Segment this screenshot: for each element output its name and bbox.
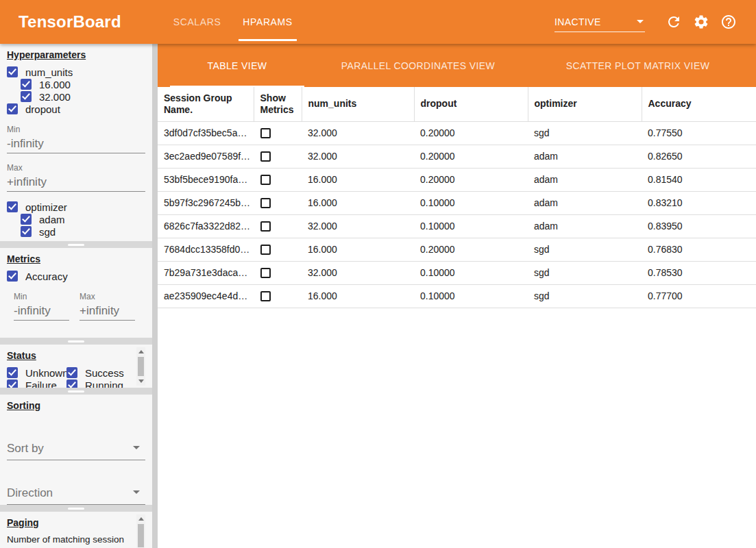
tab-parallel-coordinates-view[interactable]: PARALLEL COORDINATES VIEW: [317, 44, 520, 87]
checkbox-num-units-32[interactable]: 32.000: [21, 90, 145, 103]
section-resize-handle[interactable]: [0, 241, 152, 248]
status-scrollbar[interactable]: [136, 347, 145, 386]
checked-checkbox-icon: [66, 379, 77, 388]
tab-parallel-coordinates-view-label: PARALLEL COORDINATES VIEW: [341, 60, 495, 71]
table-row: ae235909ec4e4d… 16.000 0.10000 sgd 0.777…: [158, 284, 756, 308]
optimizer-value: adam: [528, 214, 642, 238]
checkbox-dropout[interactable]: dropout: [7, 103, 145, 115]
table-row: 7684dcc13358fd0… 16.000 0.20000 sgd 0.76…: [158, 238, 756, 261]
show-metrics-checkbox[interactable]: [260, 221, 271, 232]
section-resize-handle[interactable]: [0, 388, 152, 395]
drag-handle-icon: [68, 340, 84, 342]
column-header-dropout[interactable]: dropout: [414, 87, 528, 121]
checked-checkbox-icon: [21, 91, 32, 102]
tab-hparams[interactable]: HPARAMS: [232, 0, 303, 44]
checkbox-optimizer-adam[interactable]: adam: [21, 213, 145, 225]
dropout-min-label: Min: [7, 125, 145, 134]
scrollbar-thumb[interactable]: [138, 357, 144, 376]
table-row: 7b29a731e3daca… 32.000 0.10000 sgd 0.785…: [158, 261, 756, 284]
num-units-value: 16.000: [302, 284, 414, 308]
metrics-heading: Metrics: [7, 253, 145, 264]
show-metrics-checkbox[interactable]: [260, 151, 271, 162]
column-header-num-units[interactable]: num_units: [302, 87, 414, 121]
dropout-value: 0.20000: [414, 121, 528, 145]
settings-button[interactable]: [693, 14, 709, 30]
optimizer-value: adam: [528, 191, 642, 214]
show-metrics-checkbox[interactable]: [260, 245, 271, 255]
session-group-name: 7b29a731e3daca…: [158, 261, 254, 284]
session-group-name: 3df0d7cf35bec5a…: [158, 121, 254, 145]
accuracy-min-input[interactable]: [14, 303, 69, 321]
run-status-select[interactable]: INACTIVE: [554, 12, 645, 32]
view-tabs: TABLE VIEW PARALLEL COORDINATES VIEW SCA…: [158, 44, 756, 87]
checkbox-num-units-16[interactable]: 16.000: [21, 78, 145, 90]
checked-checkbox-icon: [21, 226, 32, 237]
checkbox-accuracy[interactable]: Accuracy: [7, 270, 145, 282]
tab-scatter-plot-matrix-view[interactable]: SCATTER PLOT MATRIX VIEW: [520, 44, 756, 87]
num-units-value: 16.000: [302, 191, 414, 214]
dropout-max-input[interactable]: [7, 174, 145, 192]
checked-checkbox-icon: [7, 367, 18, 378]
sort-by-select[interactable]: Sort by: [7, 440, 145, 460]
checkbox-num-units[interactable]: num_units: [7, 66, 145, 78]
tab-table-view[interactable]: TABLE VIEW: [158, 44, 317, 87]
checkbox-label: 16.000: [39, 79, 71, 90]
metrics-panel: Metrics Accuracy Min Max: [0, 248, 152, 338]
dropout-value: 0.20000: [414, 238, 528, 261]
checked-checkbox-icon: [21, 79, 32, 90]
checked-checkbox-icon: [7, 103, 18, 114]
checkbox-optimizer[interactable]: optimizer: [7, 201, 145, 213]
tab-table-view-label: TABLE VIEW: [208, 60, 267, 71]
top-nav: SCALARS HPARAMS: [162, 0, 304, 44]
checkbox-status-failure[interactable]: Failure: [7, 379, 66, 388]
num-units-value: 32.000: [302, 145, 414, 168]
column-header-session-group-name[interactable]: Session Group Name.: [158, 87, 254, 121]
show-metrics-checkbox[interactable]: [260, 268, 271, 278]
show-metrics-checkbox[interactable]: [260, 175, 271, 185]
hyperparameters-heading: Hyperparameters: [7, 49, 145, 60]
checked-checkbox-icon: [7, 201, 18, 212]
help-button[interactable]: [720, 14, 737, 30]
checkbox-status-running[interactable]: Running: [66, 379, 138, 388]
scrollbar-thumb[interactable]: [138, 524, 144, 547]
accuracy-max-input[interactable]: [80, 303, 135, 321]
accuracy-value: 0.83950: [642, 214, 756, 238]
checkbox-label: Running: [85, 379, 123, 388]
accuracy-value: 0.78530: [642, 261, 756, 284]
direction-placeholder: Direction: [7, 486, 53, 499]
dropout-min-input[interactable]: [7, 136, 145, 153]
header-toolbar: INACTIVE: [554, 12, 742, 32]
accuracy-value: 0.82650: [642, 145, 756, 168]
column-header-show-metrics[interactable]: Show Metrics: [254, 87, 302, 121]
sort-by-placeholder: Sort by: [7, 442, 44, 455]
dropout-value: 0.10000: [414, 214, 528, 238]
column-header-accuracy[interactable]: Accuracy: [642, 87, 756, 121]
checkbox-label: sgd: [39, 226, 56, 238]
direction-select[interactable]: Direction: [7, 485, 145, 505]
session-group-name: 7684dcc13358fd0…: [158, 238, 254, 261]
tab-scatter-plot-matrix-view-label: SCATTER PLOT MATRIX VIEW: [566, 60, 710, 71]
session-group-name: 3ec2aed9e07589f…: [158, 145, 254, 168]
checkbox-label: 32.000: [39, 91, 71, 103]
accuracy-value: 0.77700: [642, 284, 756, 308]
accuracy-max-label: Max: [80, 292, 145, 301]
checkbox-optimizer-sgd[interactable]: sgd: [21, 225, 145, 238]
column-header-optimizer[interactable]: optimizer: [528, 87, 642, 121]
sidebar-scrollbar-track[interactable]: [152, 44, 158, 548]
scroll-up-icon: [138, 517, 144, 521]
app-title: TensorBoard: [19, 12, 121, 32]
reload-button[interactable]: [666, 14, 682, 30]
section-resize-handle[interactable]: [0, 505, 152, 512]
section-resize-handle[interactable]: [0, 338, 152, 345]
checkbox-status-success[interactable]: Success: [66, 366, 138, 379]
show-metrics-checkbox[interactable]: [260, 128, 271, 138]
optimizer-value: sgd: [528, 121, 642, 145]
optimizer-value: adam: [528, 168, 642, 191]
chevron-down-icon: [133, 446, 140, 449]
checkbox-status-unknown[interactable]: Unknown: [7, 366, 66, 379]
paging-scrollbar[interactable]: [136, 514, 145, 548]
show-metrics-checkbox[interactable]: [260, 198, 271, 208]
show-metrics-checkbox[interactable]: [260, 291, 271, 301]
paging-panel: Paging Number of matching session groups…: [0, 512, 152, 548]
tab-scalars[interactable]: SCALARS: [162, 0, 232, 44]
